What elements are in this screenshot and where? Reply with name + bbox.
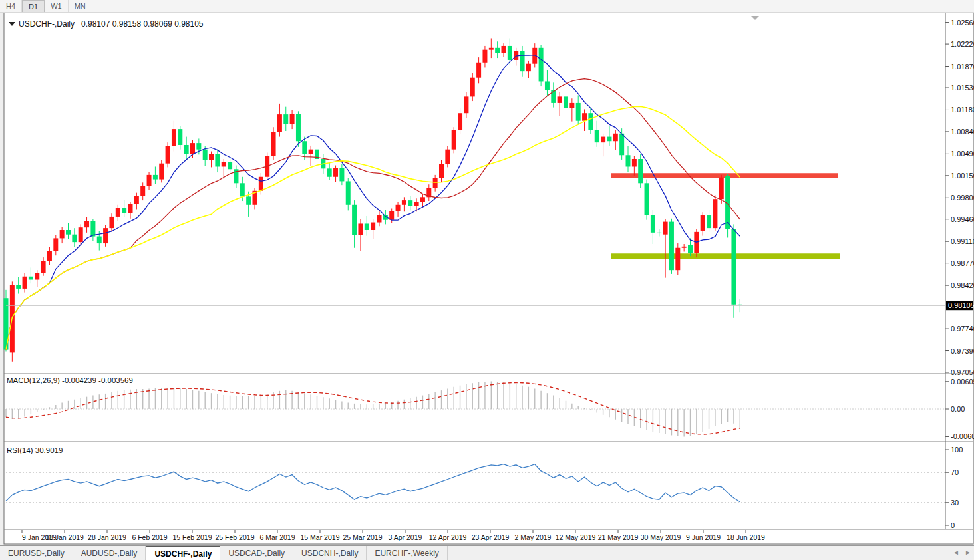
candle-body [339, 168, 344, 181]
candle-body [539, 48, 544, 82]
chart-tab-usdcnhdaily[interactable]: USDCNH-,Daily [293, 546, 367, 560]
timeframe-button-w1[interactable]: W1 [45, 0, 69, 12]
chart-tab-audusddaily[interactable]: AUDUSD-,Daily [73, 546, 146, 560]
candle-body [619, 134, 624, 155]
date-tick-label[interactable]: 15 Feb 2019 [173, 533, 212, 541]
candle-body [166, 146, 170, 164]
timeframe-button-mn[interactable]: MN [69, 0, 92, 12]
timeframe-button-h4[interactable]: H4 [0, 0, 22, 12]
date-tick-label[interactable]: 12 May 2019 [556, 533, 596, 541]
candle-body [259, 177, 263, 191]
candle-body [657, 233, 661, 233]
candle-body [669, 222, 674, 271]
chart-tab-usdcaddaily[interactable]: USDCAD-,Daily [220, 546, 293, 560]
date-tick-label[interactable]: 12 Apr 2019 [429, 533, 467, 541]
price-tick-label: 0.98420 [951, 281, 974, 289]
candle-body [159, 164, 164, 180]
price-tick-label: 0.98770 [951, 259, 974, 267]
candle-body [90, 221, 95, 237]
date-tick-label[interactable]: 28 Jan 2019 [88, 533, 126, 541]
price-tick-label: 0.99110 [951, 237, 974, 245]
candle-body [47, 251, 52, 261]
current-price-badge-label: 0.98105 [948, 301, 974, 309]
rsi-axis-label: 70 [951, 468, 959, 476]
date-tick-label[interactable]: 15 Mar 2019 [301, 533, 340, 541]
candle-body [508, 46, 512, 60]
candle-body [433, 178, 438, 188]
price-tick-label: 1.01530 [951, 84, 974, 92]
date-tick-label[interactable]: 9 Jun 2019 [686, 533, 721, 541]
candle-body [682, 247, 687, 248]
candle-body [228, 162, 232, 170]
price-tick-label: 0.97740 [951, 325, 974, 333]
timeframe-button-d1[interactable]: D1 [22, 0, 45, 12]
candle-body [607, 137, 611, 142]
rsi-label: RSI(14) 30.9019 [7, 446, 63, 454]
date-tick-label[interactable]: 2 May 2019 [515, 533, 552, 541]
candle-body [283, 114, 288, 124]
date-tick-label[interactable]: 21 May 2019 [598, 533, 639, 541]
macd-label: MACD(12,26,9) -0.004239 -0.003569 [7, 376, 133, 384]
candle-body [97, 237, 102, 244]
candle-body [172, 129, 176, 146]
candle-body [327, 168, 332, 176]
date-tick-label[interactable]: 6 Mar 2019 [259, 533, 295, 541]
chart-tab-eurusddaily[interactable]: EURUSD-,Daily [0, 546, 73, 560]
macd-axis-label: 0.006058 [951, 378, 974, 386]
candle-body [632, 159, 637, 166]
candle-body [184, 145, 189, 154]
candle-body [595, 130, 599, 142]
candle-body [215, 154, 220, 166]
candle-body [302, 141, 307, 154]
candle-body [128, 204, 133, 213]
candle-body [495, 48, 500, 53]
candle-body [29, 277, 33, 280]
candle-body [445, 150, 450, 164]
candle-body [452, 130, 456, 150]
date-tick-label[interactable]: 30 May 2019 [641, 533, 681, 541]
candle-body [53, 238, 58, 251]
rsi-axis-label: 0 [951, 521, 955, 529]
macd-axis-label: 0.00 [951, 405, 965, 413]
date-tick-label[interactable]: 6 Feb 2019 [132, 533, 167, 541]
candle-body [545, 81, 550, 90]
tab-scroll-left-button[interactable]: ◄ [950, 546, 962, 560]
chart-canvas[interactable]: 1.025601.022201.018701.015301.011801.008… [0, 0, 974, 560]
price-tick-label: 1.02220 [951, 40, 974, 48]
candle-body [613, 134, 618, 141]
candle-body [377, 215, 382, 222]
date-tick-label[interactable]: 18 Jan 2019 [45, 533, 84, 541]
timeframe-toolbar: H4D1W1MN [0, 0, 974, 13]
candle-body [196, 143, 201, 150]
price-tick-label: 1.01870 [951, 63, 974, 70]
candle-body [122, 208, 126, 213]
date-tick-label[interactable]: 23 Apr 2019 [472, 533, 510, 541]
candle-body [178, 129, 182, 145]
candle-body [645, 183, 649, 215]
date-tick-label[interactable]: 25 Feb 2019 [216, 533, 255, 541]
candle-body [638, 159, 643, 183]
date-tick-label[interactable]: 18 Jun 2019 [727, 533, 765, 541]
candle-body [564, 96, 568, 108]
candle-body [365, 223, 369, 230]
candle-body [134, 196, 139, 204]
candle-body [79, 227, 83, 242]
candle-body [190, 143, 195, 154]
candle-body [402, 200, 406, 205]
candle-body [601, 137, 605, 143]
tab-scroll-right-button[interactable]: ► [962, 546, 974, 560]
chart-tab-usdchfdaily[interactable]: USDCHF-,Daily [146, 546, 220, 560]
candle-body [16, 285, 21, 289]
candle-body [209, 154, 214, 160]
candle-body [439, 164, 444, 178]
chart-tab-eurchfweekly[interactable]: EURCHF-,Weekly [367, 546, 447, 560]
candle-body [333, 168, 338, 176]
date-tick-label[interactable]: 3 Apr 2019 [389, 533, 422, 541]
candle-body [35, 273, 39, 280]
candle-body [582, 113, 587, 120]
date-tick-label[interactable]: 25 Mar 2019 [343, 533, 383, 541]
candle-body [153, 175, 158, 180]
candle-body [358, 223, 363, 235]
candle-body [408, 200, 412, 206]
candle-body [290, 114, 295, 124]
